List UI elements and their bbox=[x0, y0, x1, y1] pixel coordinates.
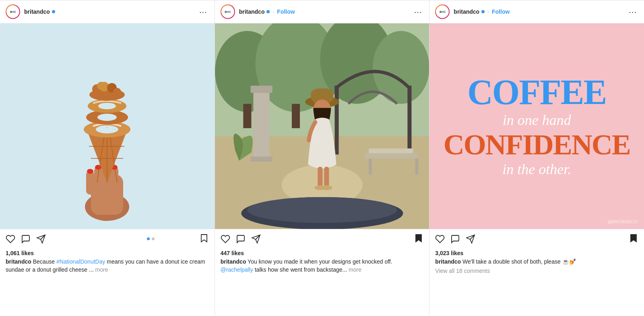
header-info-1: britandco bbox=[24, 8, 194, 15]
svg-rect-49 bbox=[334, 85, 339, 154]
share-button-1[interactable] bbox=[36, 234, 46, 244]
like-button-1[interactable] bbox=[6, 234, 15, 244]
svg-text:~: ~ bbox=[106, 125, 108, 129]
share-button-2[interactable] bbox=[251, 234, 261, 244]
post-image-1: ~ bbox=[0, 23, 215, 229]
view-comments-3[interactable]: View all 18 comments bbox=[435, 268, 638, 274]
pagination-dots-1 bbox=[102, 237, 199, 240]
svg-point-64 bbox=[247, 197, 397, 223]
likes-count-3: 3,023 likes bbox=[435, 250, 638, 256]
svg-rect-43 bbox=[292, 104, 300, 128]
verified-icon-1 bbox=[52, 10, 55, 13]
post-2: B+C britandco · Follow ··· bbox=[215, 0, 430, 316]
verified-icon-3 bbox=[481, 10, 485, 13]
bookmark-button-3[interactable] bbox=[629, 233, 638, 244]
svg-point-33 bbox=[97, 82, 105, 90]
share-button-3[interactable] bbox=[466, 234, 475, 244]
svg-point-7 bbox=[95, 165, 101, 170]
svg-marker-36 bbox=[201, 235, 207, 242]
more-options-3[interactable]: ··· bbox=[627, 8, 638, 16]
svg-marker-67 bbox=[416, 235, 421, 242]
username-3[interactable]: britandco bbox=[454, 8, 479, 15]
username-2[interactable]: britandco bbox=[239, 8, 265, 15]
svg-rect-3 bbox=[94, 166, 102, 195]
post-2-actions bbox=[215, 229, 429, 248]
more-link-2[interactable]: more bbox=[349, 266, 361, 273]
post-1-actions bbox=[0, 229, 215, 248]
svg-rect-54 bbox=[415, 158, 418, 175]
follow-button-2[interactable]: Follow bbox=[277, 8, 295, 15]
svg-rect-48 bbox=[250, 156, 272, 161]
post-3-actions bbox=[429, 229, 644, 248]
like-button-3[interactable] bbox=[435, 234, 445, 244]
post-1-header: B+C britandco ··· bbox=[0, 0, 215, 23]
post-2-header: B+C britandco · Follow ··· bbox=[215, 0, 429, 23]
post-3-footer: 3,023 likes britandco We'll take a doubl… bbox=[429, 248, 644, 278]
caption-hashtag-1[interactable]: #NationalDonutDay bbox=[56, 258, 105, 265]
caption-3: britandco We'll take a double shot of bo… bbox=[435, 258, 638, 266]
separator-2: · bbox=[272, 8, 274, 15]
dot-active bbox=[147, 237, 150, 240]
action-icons-left-2 bbox=[221, 234, 414, 244]
svg-marker-70 bbox=[631, 235, 636, 242]
svg-point-20 bbox=[97, 114, 117, 121]
header-info-3: britandco · Follow bbox=[454, 8, 623, 15]
more-options-2[interactable]: ··· bbox=[413, 8, 424, 16]
quote-confidence-text: CONFIDENCE bbox=[444, 130, 630, 159]
svg-rect-2 bbox=[86, 170, 94, 195]
quote-watermark: @BRITANDCO bbox=[607, 219, 638, 224]
garden-illustration bbox=[215, 23, 429, 229]
svg-rect-47 bbox=[250, 85, 272, 93]
svg-rect-51 bbox=[365, 152, 417, 158]
likes-count-1: 1,061 likes bbox=[6, 250, 209, 256]
caption-2: britandco You know you made it when your… bbox=[221, 258, 424, 274]
comment-button-3[interactable] bbox=[450, 234, 460, 244]
action-icons-left-1 bbox=[6, 234, 102, 244]
post-image-3: COFFEE in one hand CONFIDENCE in the oth… bbox=[429, 23, 644, 229]
comment-button-1[interactable] bbox=[21, 234, 31, 244]
verified-icon-2 bbox=[266, 10, 270, 13]
more-options-1[interactable]: ··· bbox=[198, 8, 209, 16]
svg-rect-59 bbox=[318, 167, 322, 187]
like-button-2[interactable] bbox=[221, 234, 230, 244]
post-image-2 bbox=[215, 23, 429, 229]
caption-username-2[interactable]: britandco bbox=[221, 258, 246, 265]
post-1: B+C britandco ··· bbox=[0, 0, 215, 316]
svg-rect-53 bbox=[369, 158, 372, 175]
caption-1: britandco Because #NationalDonutDay mean… bbox=[6, 258, 209, 274]
post-3: B+C britandco · Follow ··· COFFEE in one… bbox=[429, 0, 644, 316]
svg-point-22 bbox=[98, 103, 116, 109]
donut-cone-illustration: ~ bbox=[51, 29, 163, 223]
svg-point-62 bbox=[321, 185, 332, 190]
svg-point-6 bbox=[87, 169, 93, 174]
header-info-2: britandco · Follow bbox=[239, 8, 409, 15]
svg-rect-46 bbox=[253, 88, 269, 161]
caption-username-3[interactable]: britandco bbox=[435, 258, 461, 265]
post-1-footer: 1,061 likes britandco Because #NationalD… bbox=[0, 248, 215, 278]
caption-username-1[interactable]: britandco bbox=[6, 258, 31, 265]
svg-rect-57 bbox=[311, 89, 333, 101]
separator-3: · bbox=[487, 8, 489, 15]
svg-rect-42 bbox=[243, 104, 251, 128]
username-1[interactable]: britandco bbox=[24, 8, 50, 15]
svg-rect-50 bbox=[407, 85, 411, 154]
dot-inactive bbox=[152, 237, 155, 240]
bookmark-button-2[interactable] bbox=[414, 233, 423, 244]
posts-container: B+C britandco ··· bbox=[0, 0, 644, 316]
post-3-header: B+C britandco · Follow ··· bbox=[429, 0, 644, 23]
follow-button-3[interactable]: Follow bbox=[492, 8, 510, 15]
avatar-1[interactable]: B+C bbox=[6, 4, 20, 19]
bookmark-button-1[interactable] bbox=[199, 233, 209, 244]
likes-count-2: 447 likes bbox=[221, 250, 424, 256]
action-icons-left-3 bbox=[435, 234, 629, 244]
caption-mention-2[interactable]: @rachelpally bbox=[221, 266, 253, 273]
comment-button-2[interactable] bbox=[236, 234, 246, 244]
more-link-1[interactable]: more bbox=[95, 266, 108, 273]
avatar-3[interactable]: B+C bbox=[435, 4, 450, 19]
svg-rect-60 bbox=[324, 167, 329, 187]
quote-line4: in the other. bbox=[502, 161, 571, 178]
svg-point-32 bbox=[113, 88, 121, 96]
quote-line2: in one hand bbox=[503, 112, 571, 129]
avatar-2[interactable]: B+C bbox=[221, 4, 235, 19]
quote-coffee-text: COFFEE bbox=[467, 75, 606, 110]
